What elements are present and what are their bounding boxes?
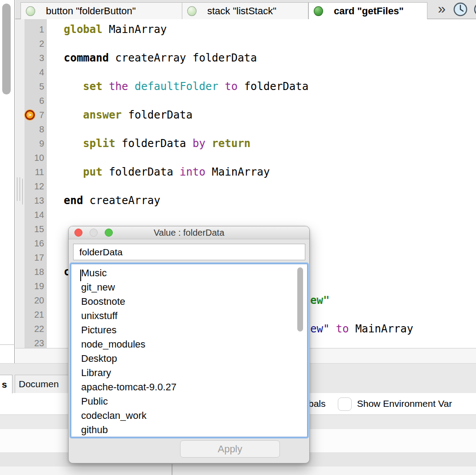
- variable-value-dialog: Value : folderData folderData Musicgit_n…: [68, 226, 310, 463]
- history-clock-icon[interactable]: [453, 2, 468, 17]
- code-line-1[interactable]: global MainArray: [47, 22, 476, 37]
- value-list-item-7[interactable]: Library: [71, 366, 307, 380]
- value-list-item-4[interactable]: Pictures: [71, 323, 307, 337]
- code-line-3[interactable]: command createArray folderData: [47, 51, 476, 65]
- code-line-9[interactable]: split folderData by return: [47, 136, 476, 151]
- code-token: MainArray: [103, 23, 167, 36]
- editor-tab-0[interactable]: button "folderButton": [21, 2, 182, 19]
- value-list-item-9[interactable]: Public: [71, 394, 307, 409]
- gutter-line-number[interactable]: 20: [25, 293, 47, 307]
- apply-button[interactable]: Apply: [180, 440, 280, 458]
- editor-tab-label: stack "listStack": [207, 5, 276, 17]
- variable-value-list[interactable]: Musicgit_newBoostnoteunixstuffPicturesno…: [71, 264, 308, 437]
- gutter-line-number[interactable]: 22: [25, 322, 47, 336]
- code-line-5[interactable]: set the defaultFolder to folderData: [47, 79, 476, 94]
- tab-overflow-chevron-icon[interactable]: »: [432, 0, 451, 19]
- code-line-10[interactable]: [47, 151, 476, 165]
- text-caret: [80, 270, 81, 281]
- gutter-line-number[interactable]: 4: [25, 65, 47, 79]
- gutter-line-number[interactable]: 9: [25, 136, 47, 151]
- line-number-gutter[interactable]: 1234567891011121314151617181920212223: [25, 19, 47, 348]
- gutter-line-number[interactable]: 18: [25, 265, 47, 279]
- list-scrollbar-thumb[interactable]: [297, 267, 303, 332]
- tab-variables-partial[interactable]: s: [0, 375, 12, 393]
- code-token: [205, 137, 212, 150]
- value-list-item-1[interactable]: git_new: [71, 280, 307, 295]
- code-line-8[interactable]: [47, 122, 476, 136]
- code-token: ew": [310, 294, 329, 307]
- gutter-line-number[interactable]: 3: [25, 51, 47, 65]
- value-list-item-11[interactable]: github: [71, 423, 307, 437]
- value-list-item-3[interactable]: unixstuff: [71, 309, 307, 323]
- gutter-line-number[interactable]: 13: [25, 193, 47, 208]
- code-line-14[interactable]: [47, 208, 476, 222]
- gutter-line-number[interactable]: 15: [25, 222, 47, 236]
- code-token: [103, 80, 109, 93]
- gutter-line-number[interactable]: 10: [25, 151, 47, 165]
- script-orb-pale-icon: [26, 6, 35, 16]
- script-editor-tab-strip: button "folderButton"stack "listStack"ca…: [15, 0, 476, 19]
- gutter-line-number[interactable]: 16: [25, 236, 47, 250]
- breakpoint-icon[interactable]: >: [25, 110, 35, 120]
- variables-row-stripe: [0, 467, 476, 475]
- code-token: to: [336, 323, 349, 335]
- gutter-line-number[interactable]: 2: [25, 37, 47, 51]
- value-list-item-6[interactable]: Desktop: [71, 352, 307, 366]
- gutter-line-number[interactable]: 6: [25, 94, 47, 108]
- code-token: defaultFolder: [135, 80, 218, 93]
- code-line-6[interactable]: [47, 94, 476, 108]
- gutter-line-number[interactable]: 5: [25, 79, 47, 94]
- code-token: [64, 166, 83, 178]
- script-orb-green-icon: [314, 6, 323, 16]
- editor-tab-2[interactable]: card "getFiles": [308, 2, 427, 19]
- value-list-item-2[interactable]: Boostnote: [71, 295, 307, 309]
- code-token: answer: [83, 109, 122, 121]
- value-list-item-0[interactable]: Music: [71, 266, 307, 280]
- show-environment-checkbox[interactable]: [338, 397, 352, 411]
- value-list-item-10[interactable]: codeclan_work: [71, 409, 307, 423]
- code-line-11[interactable]: put folderData into MainArray: [47, 165, 476, 179]
- value-list-item-5[interactable]: node_modules: [71, 337, 307, 352]
- code-token: [64, 137, 83, 150]
- code-token: [64, 109, 83, 121]
- editor-tab-1[interactable]: stack "listStack": [182, 2, 308, 19]
- editor-tab-label: button "folderButton": [46, 5, 136, 17]
- code-line-7[interactable]: answer folderData: [47, 108, 476, 122]
- code-token: into: [180, 166, 205, 178]
- code-token: ew": [310, 323, 329, 335]
- code-token: folderData: [103, 166, 180, 178]
- code-token: [329, 323, 336, 335]
- code-token: command: [64, 52, 109, 64]
- gutter-line-number[interactable]: 17: [25, 250, 47, 265]
- code-line-13[interactable]: end createArray: [47, 193, 476, 208]
- code-token: by: [193, 137, 205, 150]
- code-token: split: [83, 137, 115, 150]
- code-token: folderData: [115, 137, 193, 150]
- splitter-grip-line: [17, 177, 17, 201]
- gutter-line-number[interactable]: 11: [25, 165, 47, 179]
- gutter-line-number[interactable]: 21: [25, 307, 47, 322]
- code-token: to: [225, 80, 238, 93]
- gutter-line-number[interactable]: 19: [25, 279, 47, 293]
- show-environment-label: Show Environment Var: [357, 393, 452, 414]
- gutter-line-number[interactable]: 12: [25, 179, 47, 193]
- show-globals-label-partial: bals: [308, 393, 326, 414]
- code-token: [64, 80, 83, 93]
- code-token: set: [83, 80, 102, 93]
- code-line-12[interactable]: [47, 179, 476, 193]
- left-scrollbar-thumb[interactable]: [2, 4, 11, 94]
- variables-column-divider[interactable]: [172, 464, 172, 475]
- gutter-line-number[interactable]: 14: [25, 208, 47, 222]
- pane-splitter[interactable]: [15, 19, 25, 348]
- code-line-2[interactable]: [47, 37, 476, 51]
- code-token: createArray folderData: [109, 52, 257, 64]
- code-line-4[interactable]: [47, 65, 476, 79]
- dialog-titlebar[interactable]: Value : folderData: [69, 226, 309, 239]
- gutter-line-number[interactable]: 1: [25, 22, 47, 37]
- clipped-toolbar-icon[interactable]: [473, 2, 476, 17]
- gutter-line-number[interactable]: 8: [25, 122, 47, 136]
- value-list-item-8[interactable]: apache-tomcat-9.0.27: [71, 380, 307, 394]
- code-token: put: [83, 166, 102, 178]
- left-rail-divider: [0, 344, 15, 345]
- variable-name-field[interactable]: folderData: [73, 244, 305, 260]
